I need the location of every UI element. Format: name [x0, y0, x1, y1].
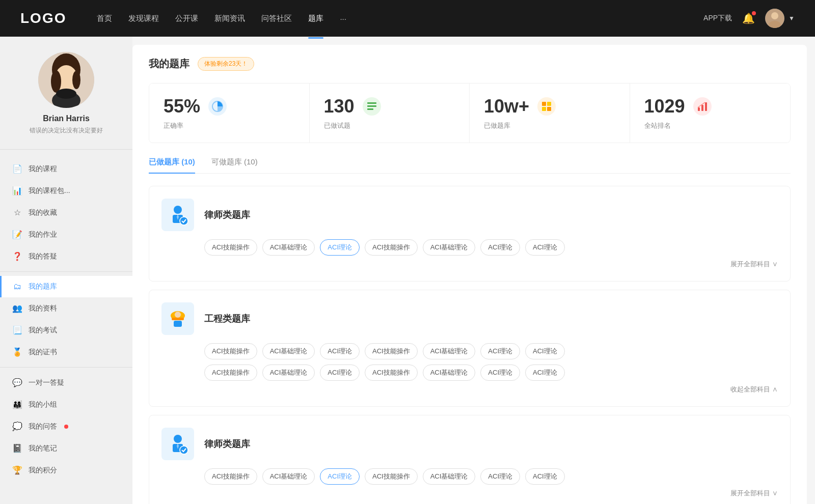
done-banks-value: 10w+ [484, 96, 529, 117]
user-avatar-menu[interactable]: ▼ [765, 9, 795, 28]
sidebar-item-my-questions[interactable]: 💭 我的问答 [0, 415, 132, 437]
nav-question-bank[interactable]: 题库 [308, 12, 323, 25]
sidebar-item-label: 我的资料 [29, 304, 57, 313]
collapse-btn-engineer[interactable]: 收起全部科目 ∧ [730, 385, 778, 394]
bank-tags-lawyer-1: ACI技能操作 ACI基础理论 ACI理论 ACI技能操作 ACI基础理论 AC… [204, 239, 778, 256]
tab-done-banks[interactable]: 已做题库 (10) [149, 157, 195, 173]
star-icon: ☆ [12, 208, 22, 217]
eng-tag-r2-4[interactable]: ACI基础理论 [423, 365, 476, 381]
nav-home[interactable]: 首页 [97, 12, 112, 25]
sidebar-item-certificate[interactable]: 🏅 我的证书 [0, 341, 132, 363]
svg-rect-17 [547, 107, 551, 111]
eng-tag-r1-2[interactable]: ACI理论 [320, 343, 360, 359]
lawyer2-tag-2-active[interactable]: ACI理论 [320, 468, 360, 485]
tag-1[interactable]: ACI基础理论 [262, 239, 315, 256]
sidebar-item-my-exam[interactable]: 📃 我的考试 [0, 319, 132, 341]
lawyer2-tag-6[interactable]: ACI理论 [525, 468, 565, 485]
task-icon: 📝 [12, 230, 22, 239]
bank-icon: 🗂 [12, 282, 22, 291]
bank-title-lawyer-1: 律师类题库 [204, 209, 250, 221]
notification-dot [752, 11, 756, 15]
eng-tag-r1-6[interactable]: ACI理论 [525, 343, 565, 359]
eng-tag-r2-3[interactable]: ACI技能操作 [365, 365, 418, 381]
eng-tag-r1-4[interactable]: ACI基础理论 [423, 343, 476, 359]
people-icon: 👥 [12, 303, 22, 313]
bank-header-engineer: 工程类题库 [161, 302, 778, 335]
note-icon: 📓 [12, 443, 22, 453]
lawyer-bank-icon [161, 199, 194, 231]
lawyer2-tag-3[interactable]: ACI技能操作 [365, 468, 418, 485]
eng-tag-r1-1[interactable]: ACI基础理论 [262, 343, 315, 359]
svg-rect-15 [547, 102, 551, 106]
svg-point-7 [72, 71, 80, 89]
svg-rect-16 [542, 107, 546, 111]
sidebar-divider-2 [0, 367, 132, 368]
engineer-bank-icon [161, 302, 194, 335]
nav-qa[interactable]: 问答社区 [261, 12, 292, 25]
profile-motto: 错误的决定比没有决定要好 [30, 126, 103, 135]
main-nav: 首页 发现课程 公开课 新闻资讯 问答社区 题库 ··· [97, 12, 683, 25]
tag-0[interactable]: ACI技能操作 [204, 239, 257, 256]
lawyer2-tag-4[interactable]: ACI基础理论 [423, 468, 476, 485]
tag-6[interactable]: ACI理论 [525, 239, 565, 256]
sidebar-item-favorites[interactable]: ☆ 我的收藏 [0, 202, 132, 223]
eng-tag-r2-5[interactable]: ACI理论 [480, 365, 520, 381]
sidebar-item-course-package[interactable]: 📊 我的课程包... [0, 180, 132, 202]
sidebar-item-my-courses[interactable]: 📄 我的课程 [0, 158, 132, 180]
eng-tag-r1-5[interactable]: ACI理论 [480, 343, 520, 359]
nav-news[interactable]: 新闻资讯 [214, 12, 245, 25]
sidebar-item-my-notes[interactable]: 📓 我的笔记 [0, 437, 132, 459]
expand-btn-lawyer-2[interactable]: 展开全部科目 ∨ [730, 489, 778, 498]
nav-more[interactable]: ··· [340, 12, 346, 25]
stat-accuracy: 55% 正确率 [149, 83, 310, 143]
svg-rect-20 [705, 102, 707, 111]
svg-rect-19 [701, 105, 703, 111]
nav-courses[interactable]: 发现课程 [128, 12, 159, 25]
eng-tag-r2-6[interactable]: ACI理论 [525, 365, 565, 381]
lawyer2-tag-0[interactable]: ACI技能操作 [204, 468, 257, 485]
eng-tag-r1-0[interactable]: ACI技能操作 [204, 343, 257, 359]
eng-tag-r2-1[interactable]: ACI基础理论 [262, 365, 315, 381]
group-icon: 👨‍👩‍👧 [12, 400, 22, 409]
sidebar-item-label: 我的小组 [29, 400, 57, 409]
bank-tags-lawyer-2: ACI技能操作 ACI基础理论 ACI理论 ACI技能操作 ACI基础理论 AC… [204, 468, 778, 485]
app-download-btn[interactable]: APP下载 [703, 14, 732, 23]
tag-2-active[interactable]: ACI理论 [320, 239, 360, 256]
sidebar-menu: 📄 我的课程 📊 我的课程包... ☆ 我的收藏 📝 我的作业 ❓ 我的答疑 � [0, 154, 132, 485]
svg-point-6 [51, 70, 61, 93]
svg-point-33 [180, 446, 188, 454]
done-questions-label: 已做试题 [324, 121, 455, 130]
tag-4[interactable]: ACI基础理论 [423, 239, 476, 256]
eng-tag-r2-0[interactable]: ACI技能操作 [204, 365, 257, 381]
tag-3[interactable]: ACI技能操作 [365, 239, 418, 256]
sidebar-item-homework[interactable]: 📝 我的作业 [0, 223, 132, 245]
tab-available-banks[interactable]: 可做题库 (10) [211, 157, 258, 173]
logo[interactable]: LOGO [20, 10, 66, 26]
header-right: APP下载 🔔 ▼ [703, 9, 795, 28]
points-icon: 🏆 [12, 465, 22, 475]
chat-icon: 💬 [12, 378, 22, 387]
bank-footer-engineer: 收起全部科目 ∧ [161, 385, 778, 394]
sidebar-item-my-qa[interactable]: ❓ 我的答疑 [0, 245, 132, 267]
stat-done-banks: 10w+ 已做题库 [470, 83, 630, 143]
sidebar-item-one-on-one[interactable]: 💬 一对一答疑 [0, 372, 132, 394]
stat-top: 130 [324, 96, 455, 117]
sidebar-item-my-group[interactable]: 👨‍👩‍👧 我的小组 [0, 394, 132, 415]
sidebar-item-my-info[interactable]: 👥 我的资料 [0, 297, 132, 319]
tag-5[interactable]: ACI理论 [480, 239, 520, 256]
eng-tag-r1-3[interactable]: ACI技能操作 [365, 343, 418, 359]
nav-open-course[interactable]: 公开课 [175, 12, 198, 25]
sidebar-profile: Brian Harris 错误的决定比没有决定要好 [0, 37, 132, 145]
expand-btn-1[interactable]: 展开全部科目 ∨ [730, 260, 778, 269]
lawyer2-tag-1[interactable]: ACI基础理论 [262, 468, 315, 485]
main-content: 我的题库 体验剩余23天！ 55% 正确率 [132, 45, 807, 504]
stat-top: 55% [164, 96, 295, 117]
lawyer2-tag-5[interactable]: ACI理论 [480, 468, 520, 485]
eng-tag-r2-2[interactable]: ACI理论 [320, 365, 360, 381]
notification-bell[interactable]: 🔔 [742, 12, 755, 24]
sidebar-item-question-bank[interactable]: 🗂 我的题库 [0, 276, 132, 297]
sidebar-divider-1 [0, 271, 132, 272]
chevron-down-icon: ▼ [789, 15, 795, 22]
grid-icon [537, 97, 556, 116]
sidebar-item-my-points[interactable]: 🏆 我的积分 [0, 459, 132, 481]
